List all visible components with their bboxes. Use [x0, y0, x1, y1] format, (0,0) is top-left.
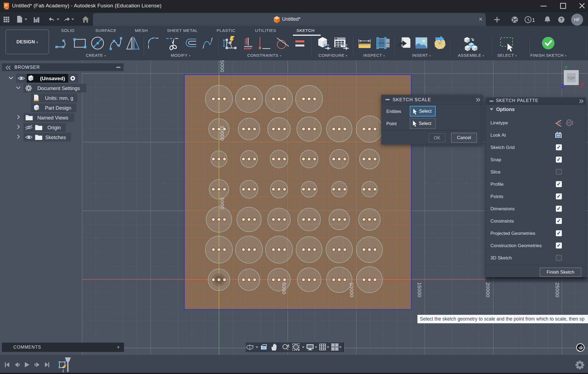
- svg-text:Origin: Origin: [47, 125, 61, 130]
- svg-text:Z: Z: [561, 83, 564, 89]
- svg-text:Document Settings: Document Settings: [37, 85, 80, 91]
- svg-text:Units: mm, g: Units: mm, g: [45, 95, 73, 101]
- svg-text:(Unsaved): (Unsaved): [40, 76, 65, 81]
- svg-text:5000: 5000: [281, 282, 287, 294]
- svg-text:10000: 10000: [219, 126, 225, 141]
- svg-text:?: ?: [560, 17, 563, 22]
- svg-text:TOP: TOP: [567, 76, 575, 80]
- svg-text:F: F: [5, 3, 8, 8]
- svg-text:Sketches: Sketches: [45, 134, 66, 140]
- svg-text:HF: HF: [574, 17, 580, 22]
- svg-text:15000: 15000: [417, 282, 422, 297]
- svg-text:15000: 15000: [219, 60, 225, 72]
- svg-text:Part Design: Part Design: [45, 105, 71, 111]
- svg-text:X: X: [580, 82, 584, 88]
- svg-text:25000: 25000: [554, 282, 560, 297]
- svg-text:FUS: FUS: [5, 8, 8, 10]
- svg-text:Y: Y: [564, 65, 568, 71]
- svg-text:1: 1: [532, 17, 535, 23]
- svg-text:10000: 10000: [349, 282, 354, 297]
- svg-text:5000: 5000: [219, 198, 225, 210]
- svg-text:20000: 20000: [485, 282, 491, 297]
- svg-text:Named Views: Named Views: [37, 115, 68, 121]
